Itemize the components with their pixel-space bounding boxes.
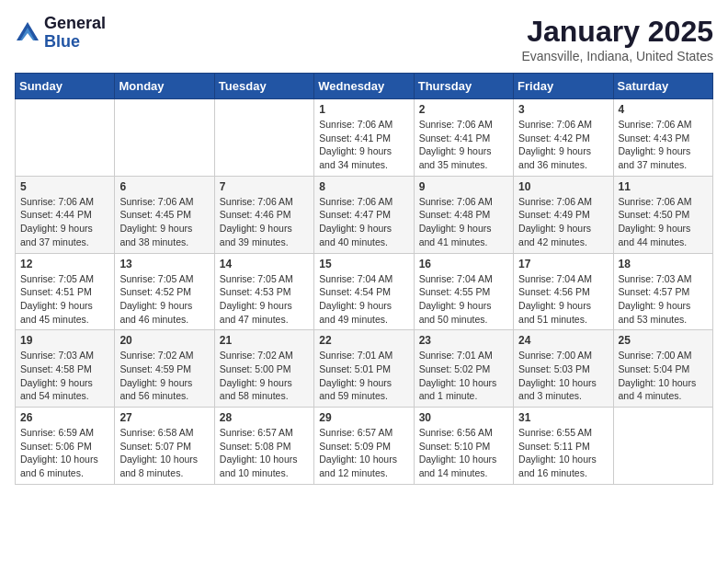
day-cell: 20Sunrise: 7:02 AM Sunset: 4:59 PM Dayli… [115, 330, 214, 408]
day-cell: 5Sunrise: 7:06 AM Sunset: 4:44 PM Daylig… [16, 176, 115, 253]
day-info: Sunrise: 7:06 AM Sunset: 4:45 PM Dayligh… [119, 195, 209, 249]
day-cell: 30Sunrise: 6:56 AM Sunset: 5:10 PM Dayli… [414, 408, 513, 485]
day-number: 21 [220, 334, 309, 347]
day-number: 7 [220, 180, 309, 193]
day-cell: 1Sunrise: 7:06 AM Sunset: 4:41 PM Daylig… [314, 99, 414, 177]
day-info: Sunrise: 6:56 AM Sunset: 5:10 PM Dayligh… [419, 426, 508, 480]
day-number: 17 [518, 258, 608, 270]
day-info: Sunrise: 7:04 AM Sunset: 4:55 PM Dayligh… [419, 272, 508, 327]
day-number: 24 [518, 334, 608, 347]
day-cell: 27Sunrise: 6:58 AM Sunset: 5:07 PM Dayli… [115, 408, 214, 485]
day-info: Sunrise: 7:03 AM Sunset: 4:57 PM Dayligh… [619, 272, 708, 327]
column-header-tuesday: Tuesday [214, 74, 313, 99]
column-header-friday: Friday [514, 74, 613, 99]
day-number: 19 [20, 334, 109, 347]
logo-general: General [44, 15, 106, 33]
logo: General Blue [15, 15, 106, 52]
day-cell: 7Sunrise: 7:06 AM Sunset: 4:46 PM Daylig… [214, 176, 313, 253]
day-number: 14 [220, 258, 309, 270]
day-info: Sunrise: 7:05 AM Sunset: 4:51 PM Dayligh… [20, 272, 109, 327]
day-cell: 8Sunrise: 7:06 AM Sunset: 4:47 PM Daylig… [314, 176, 414, 253]
day-cell: 26Sunrise: 6:59 AM Sunset: 5:06 PM Dayli… [16, 408, 115, 485]
calendar: SundayMondayTuesdayWednesdayThursdayFrid… [15, 73, 713, 485]
day-info: Sunrise: 7:01 AM Sunset: 5:01 PM Dayligh… [319, 349, 408, 403]
day-cell: 10Sunrise: 7:06 AM Sunset: 4:49 PM Dayli… [514, 176, 613, 253]
day-info: Sunrise: 7:06 AM Sunset: 4:43 PM Dayligh… [619, 118, 708, 172]
day-cell: 15Sunrise: 7:04 AM Sunset: 4:54 PM Dayli… [314, 253, 414, 330]
title-block: January 2025 Evansville, Indiana, United… [521, 15, 713, 63]
day-info: Sunrise: 7:06 AM Sunset: 4:49 PM Dayligh… [518, 195, 608, 249]
column-header-sunday: Sunday [16, 74, 115, 99]
day-number: 25 [619, 334, 708, 347]
day-cell: 28Sunrise: 6:57 AM Sunset: 5:08 PM Dayli… [214, 408, 313, 485]
day-number: 18 [619, 258, 708, 270]
day-number: 10 [518, 180, 608, 193]
day-number: 20 [119, 334, 209, 347]
day-info: Sunrise: 7:06 AM Sunset: 4:48 PM Dayligh… [419, 195, 508, 249]
day-info: Sunrise: 7:00 AM Sunset: 5:03 PM Dayligh… [518, 349, 608, 403]
day-info: Sunrise: 7:02 AM Sunset: 4:59 PM Dayligh… [119, 349, 209, 403]
day-cell: 24Sunrise: 7:00 AM Sunset: 5:03 PM Dayli… [514, 330, 613, 408]
day-cell: 11Sunrise: 7:06 AM Sunset: 4:50 PM Dayli… [613, 176, 712, 253]
day-cell: 23Sunrise: 7:01 AM Sunset: 5:02 PM Dayli… [414, 330, 513, 408]
day-info: Sunrise: 7:06 AM Sunset: 4:50 PM Dayligh… [619, 195, 708, 249]
column-header-wednesday: Wednesday [314, 74, 414, 99]
day-info: Sunrise: 6:58 AM Sunset: 5:07 PM Dayligh… [119, 426, 209, 480]
week-row-3: 12Sunrise: 7:05 AM Sunset: 4:51 PM Dayli… [16, 253, 713, 330]
day-number: 28 [220, 411, 309, 424]
day-cell: 17Sunrise: 7:04 AM Sunset: 4:56 PM Dayli… [514, 253, 613, 330]
day-info: Sunrise: 7:05 AM Sunset: 4:52 PM Dayligh… [119, 272, 209, 327]
day-number: 4 [619, 103, 708, 116]
day-cell: 4Sunrise: 7:06 AM Sunset: 4:43 PM Daylig… [613, 99, 712, 177]
day-cell: 14Sunrise: 7:05 AM Sunset: 4:53 PM Dayli… [214, 253, 313, 330]
logo-text: General Blue [44, 15, 106, 52]
day-number: 11 [619, 180, 708, 193]
day-cell: 12Sunrise: 7:05 AM Sunset: 4:51 PM Dayli… [16, 253, 115, 330]
location: Evansville, Indiana, United States [521, 49, 713, 63]
day-info: Sunrise: 7:06 AM Sunset: 4:41 PM Dayligh… [419, 118, 508, 172]
day-cell [214, 99, 313, 177]
day-cell: 25Sunrise: 7:00 AM Sunset: 5:04 PM Dayli… [613, 330, 712, 408]
day-info: Sunrise: 7:04 AM Sunset: 4:54 PM Dayligh… [319, 272, 408, 327]
day-cell: 9Sunrise: 7:06 AM Sunset: 4:48 PM Daylig… [414, 176, 513, 253]
day-info: Sunrise: 7:06 AM Sunset: 4:47 PM Dayligh… [319, 195, 408, 249]
week-row-5: 26Sunrise: 6:59 AM Sunset: 5:06 PM Dayli… [16, 408, 713, 485]
day-info: Sunrise: 6:55 AM Sunset: 5:11 PM Dayligh… [518, 426, 608, 480]
day-number: 29 [319, 411, 408, 424]
day-number: 5 [20, 180, 109, 193]
day-info: Sunrise: 7:06 AM Sunset: 4:44 PM Dayligh… [20, 195, 109, 249]
day-info: Sunrise: 7:02 AM Sunset: 5:00 PM Dayligh… [220, 349, 309, 403]
day-info: Sunrise: 7:00 AM Sunset: 5:04 PM Dayligh… [619, 349, 708, 403]
day-cell: 18Sunrise: 7:03 AM Sunset: 4:57 PM Dayli… [613, 253, 712, 330]
day-info: Sunrise: 7:06 AM Sunset: 4:41 PM Dayligh… [319, 118, 408, 172]
logo-blue: Blue [44, 33, 106, 52]
day-cell: 3Sunrise: 7:06 AM Sunset: 4:42 PM Daylig… [514, 99, 613, 177]
week-row-1: 1Sunrise: 7:06 AM Sunset: 4:41 PM Daylig… [16, 99, 713, 177]
day-number: 9 [419, 180, 508, 193]
logo-icon [15, 20, 40, 46]
day-cell: 21Sunrise: 7:02 AM Sunset: 5:00 PM Dayli… [214, 330, 313, 408]
day-number: 2 [419, 103, 508, 116]
day-info: Sunrise: 7:05 AM Sunset: 4:53 PM Dayligh… [220, 272, 309, 327]
calendar-header-row: SundayMondayTuesdayWednesdayThursdayFrid… [16, 74, 713, 99]
day-number: 16 [419, 258, 508, 270]
month-title: January 2025 [521, 15, 713, 49]
day-number: 22 [319, 334, 408, 347]
day-info: Sunrise: 7:06 AM Sunset: 4:42 PM Dayligh… [518, 118, 608, 172]
day-number: 1 [319, 103, 408, 116]
day-info: Sunrise: 6:57 AM Sunset: 5:08 PM Dayligh… [220, 426, 309, 480]
day-number: 30 [419, 411, 508, 424]
day-cell: 22Sunrise: 7:01 AM Sunset: 5:01 PM Dayli… [314, 330, 414, 408]
day-info: Sunrise: 7:03 AM Sunset: 4:58 PM Dayligh… [20, 349, 109, 403]
page-header: General Blue January 2025 Evansville, In… [15, 15, 713, 63]
day-cell [16, 99, 115, 177]
day-info: Sunrise: 6:59 AM Sunset: 5:06 PM Dayligh… [20, 426, 109, 480]
day-number: 12 [20, 258, 109, 270]
day-cell: 6Sunrise: 7:06 AM Sunset: 4:45 PM Daylig… [115, 176, 214, 253]
day-number: 27 [119, 411, 209, 424]
day-info: Sunrise: 6:57 AM Sunset: 5:09 PM Dayligh… [319, 426, 408, 480]
day-number: 15 [319, 258, 408, 270]
day-info: Sunrise: 7:04 AM Sunset: 4:56 PM Dayligh… [518, 272, 608, 327]
day-number: 8 [319, 180, 408, 193]
column-header-monday: Monday [115, 74, 214, 99]
